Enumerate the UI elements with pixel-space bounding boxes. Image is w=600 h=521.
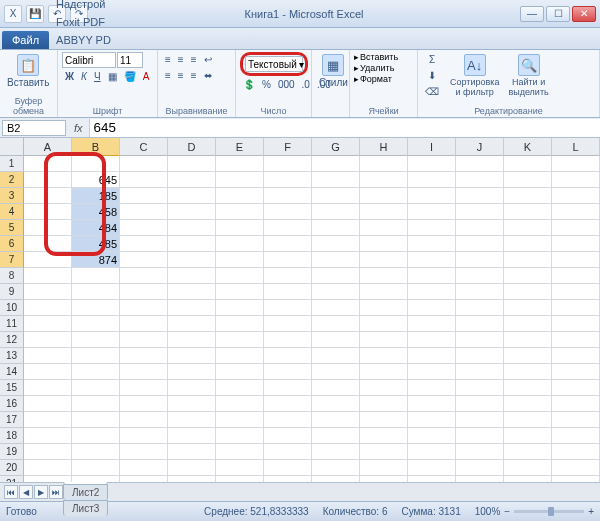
cell[interactable] [312,332,360,348]
cells-area[interactable]: 645185458484485874 [24,156,600,482]
cell[interactable] [360,156,408,172]
cell[interactable] [168,364,216,380]
cell[interactable] [120,188,168,204]
cell[interactable] [552,380,600,396]
cell[interactable] [552,444,600,460]
cell[interactable] [552,316,600,332]
cell[interactable] [216,364,264,380]
cell[interactable] [312,460,360,476]
column-header[interactable]: F [264,138,312,156]
cell[interactable] [360,396,408,412]
cell[interactable] [312,476,360,482]
cell[interactable] [312,348,360,364]
cell[interactable] [264,316,312,332]
zoom-control[interactable]: 100% − + [475,506,594,517]
cell[interactable] [168,204,216,220]
cell[interactable] [168,236,216,252]
cell[interactable] [456,444,504,460]
cell[interactable] [216,444,264,460]
cell[interactable] [552,412,600,428]
cell[interactable] [504,364,552,380]
minimize-button[interactable]: — [520,6,544,22]
cell[interactable] [504,396,552,412]
excel-icon[interactable]: X [4,5,22,23]
cell[interactable] [168,220,216,236]
cell[interactable] [312,412,360,428]
cell[interactable] [360,220,408,236]
number-format-combo[interactable]: Текстовый ▾ [245,56,303,72]
cell[interactable] [312,252,360,268]
cell[interactable] [312,236,360,252]
cell[interactable] [504,188,552,204]
cell[interactable] [312,188,360,204]
cell[interactable]: 185 [72,188,120,204]
row-header[interactable]: 13 [0,348,24,364]
row-header[interactable]: 9 [0,284,24,300]
cell[interactable] [408,348,456,364]
cell[interactable] [72,364,120,380]
cell[interactable]: 874 [72,252,120,268]
align-right-button[interactable]: ≡ [188,68,200,83]
cell[interactable] [360,460,408,476]
cell[interactable] [360,204,408,220]
cell[interactable] [360,332,408,348]
sort-filter-button[interactable]: A↓ Сортировка и фильтр [447,52,502,99]
cell[interactable] [168,460,216,476]
cell[interactable] [24,220,72,236]
cell[interactable] [168,428,216,444]
cell[interactable] [168,156,216,172]
cell[interactable] [456,204,504,220]
cell[interactable]: 645 [72,172,120,188]
ribbon-tab[interactable]: ABBYY PD [50,31,117,49]
cell[interactable] [504,220,552,236]
sheet-tab[interactable]: Лист2 [63,484,108,500]
cell[interactable] [216,476,264,482]
cell[interactable] [312,364,360,380]
cell[interactable] [120,268,168,284]
cell[interactable] [504,236,552,252]
cell[interactable] [504,412,552,428]
cell[interactable] [264,412,312,428]
cell[interactable] [552,300,600,316]
cell[interactable] [72,396,120,412]
cell[interactable] [168,252,216,268]
cell[interactable] [72,460,120,476]
cell[interactable] [24,172,72,188]
column-header[interactable]: H [360,138,408,156]
cell[interactable] [456,316,504,332]
cell[interactable] [120,380,168,396]
cell[interactable] [312,268,360,284]
cell[interactable] [264,220,312,236]
close-button[interactable]: ✕ [572,6,596,22]
row-header[interactable]: 4 [0,204,24,220]
cell[interactable] [504,460,552,476]
cell[interactable] [72,428,120,444]
row-header[interactable]: 21 [0,476,24,482]
cell[interactable] [168,284,216,300]
row-header[interactable]: 17 [0,412,24,428]
styles-button[interactable]: ▦ Стили [316,52,351,90]
cell[interactable] [72,268,120,284]
column-header[interactable]: A [24,138,72,156]
cell[interactable] [120,412,168,428]
cell[interactable] [24,380,72,396]
cell[interactable] [504,332,552,348]
cell[interactable] [120,220,168,236]
cell[interactable] [216,396,264,412]
cell[interactable] [24,156,72,172]
cell[interactable] [24,444,72,460]
cell[interactable] [168,396,216,412]
cell[interactable] [120,396,168,412]
cell[interactable] [72,300,120,316]
cell[interactable] [264,204,312,220]
column-header[interactable]: C [120,138,168,156]
cell[interactable] [216,204,264,220]
align-center-button[interactable]: ≡ [175,68,187,83]
cell[interactable] [504,252,552,268]
cell[interactable] [72,332,120,348]
cell[interactable] [24,300,72,316]
cell[interactable] [504,380,552,396]
row-header[interactable]: 8 [0,268,24,284]
cell[interactable] [456,348,504,364]
cell[interactable] [552,156,600,172]
